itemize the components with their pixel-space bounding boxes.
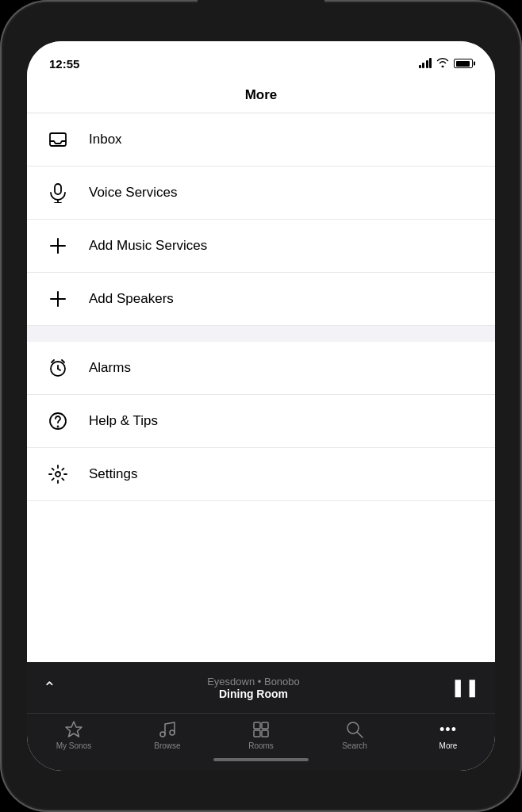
now-playing-controls[interactable]: ❚❚ (451, 677, 479, 698)
menu-label-voice-services: Voice Services (89, 185, 178, 201)
tab-label-more: More (439, 741, 458, 750)
svg-line-24 (358, 733, 363, 738)
menu-label-help-tips: Help & Tips (89, 413, 158, 429)
svg-rect-1 (55, 184, 61, 194)
svg-line-11 (52, 360, 54, 362)
menu-spacer (27, 326, 495, 342)
notch (198, 0, 324, 24)
svg-point-23 (347, 722, 359, 733)
tab-label-rooms: Rooms (248, 741, 274, 750)
battery-icon (454, 59, 473, 68)
home-bar (213, 758, 309, 761)
svg-point-15 (56, 472, 60, 477)
now-playing-track: Eyesdown • Bonobo (69, 676, 438, 688)
tab-bar: My Sonos Browse (27, 713, 495, 753)
now-playing-info: Eyesdown • Bonobo Dining Room (56, 676, 451, 700)
menu-label-alarms: Alarms (89, 360, 131, 376)
signal-icon (419, 59, 432, 68)
alarm-icon (46, 356, 70, 380)
wifi-icon (436, 57, 449, 70)
menu-item-alarms[interactable]: Alarms (27, 342, 495, 395)
tab-more[interactable]: ••• More (401, 720, 495, 750)
menu-item-add-music-services[interactable]: Add Music Services (27, 220, 495, 273)
svg-point-14 (58, 427, 59, 427)
menu-label-add-speakers: Add Speakers (89, 291, 174, 307)
tab-label-my-sonos: My Sonos (56, 741, 91, 750)
menu-list[interactable]: Inbox Voice Services (27, 113, 495, 662)
home-indicator (27, 753, 495, 771)
settings-icon (46, 462, 70, 486)
tab-label-browse: Browse (154, 741, 180, 750)
menu-label-add-music-services: Add Music Services (89, 238, 207, 254)
plus-icon-speakers (46, 287, 70, 311)
status-bar: 12:55 (27, 41, 495, 79)
page-title: More (245, 87, 278, 102)
svg-marker-16 (66, 722, 82, 737)
mic-icon (46, 181, 70, 205)
svg-rect-22 (262, 730, 268, 737)
menu-item-help-tips[interactable]: Help & Tips (27, 395, 495, 448)
menu-item-add-speakers[interactable]: Add Speakers (27, 273, 495, 326)
plus-icon-music (46, 234, 70, 258)
svg-rect-19 (254, 722, 260, 729)
now-playing-room: Dining Room (69, 688, 438, 700)
svg-point-17 (160, 732, 165, 737)
svg-rect-21 (254, 730, 260, 737)
menu-item-voice-services[interactable]: Voice Services (27, 167, 495, 220)
menu-item-settings[interactable]: Settings (27, 448, 495, 501)
search-icon (344, 720, 365, 739)
menu-label-settings: Settings (89, 466, 137, 482)
tab-browse[interactable]: Browse (121, 720, 214, 750)
phone-screen: 12:55 (27, 41, 495, 771)
svg-line-10 (58, 369, 60, 370)
help-icon (46, 409, 70, 433)
star-icon (63, 720, 84, 739)
tab-rooms[interactable]: Rooms (214, 720, 308, 750)
menu-label-inbox: Inbox (89, 132, 122, 147)
music-icon (157, 720, 178, 739)
chevron-up-icon[interactable]: ⌃ (43, 678, 56, 697)
pause-button[interactable]: ❚❚ (451, 677, 479, 698)
now-playing-bar[interactable]: ⌃ Eyesdown • Bonobo Dining Room ❚❚ (27, 662, 495, 713)
status-icons (419, 57, 474, 70)
menu-item-inbox[interactable]: Inbox (27, 113, 495, 167)
page-title-bar: More (27, 79, 495, 113)
tab-search[interactable]: Search (308, 720, 401, 750)
status-time: 12:55 (49, 57, 79, 71)
svg-point-18 (170, 730, 175, 735)
inbox-icon (46, 128, 70, 151)
svg-line-12 (62, 360, 64, 362)
more-dots-icon: ••• (438, 720, 459, 739)
svg-rect-20 (262, 722, 268, 729)
phone-frame: 12:55 (0, 0, 522, 812)
tab-my-sonos[interactable]: My Sonos (27, 720, 121, 750)
rooms-icon (251, 720, 271, 739)
tab-label-search: Search (342, 741, 367, 750)
